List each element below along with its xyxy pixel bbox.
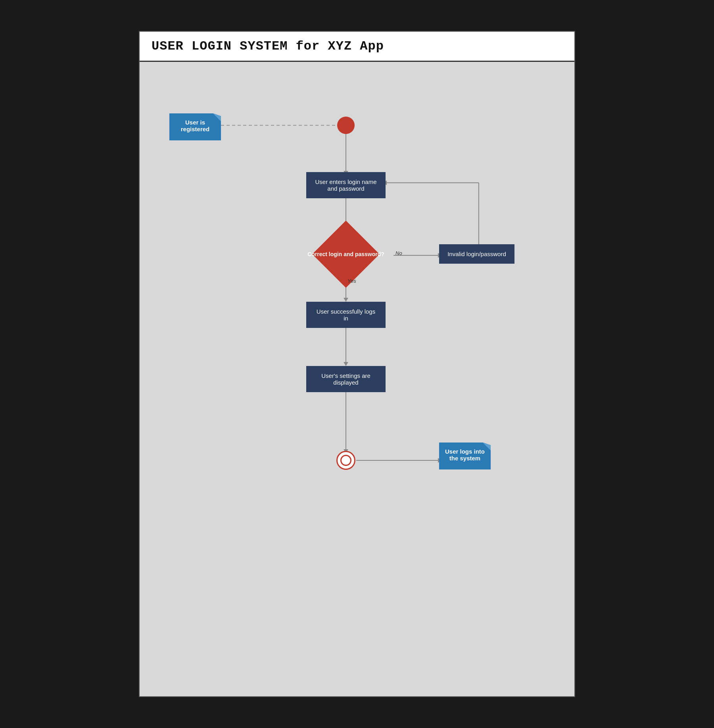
- page-title: USER LOGIN SYSTEM for XYZ App: [152, 39, 562, 54]
- start-circle-node: [337, 117, 355, 134]
- invalid-login-label: Invalid login/password: [447, 251, 506, 257]
- user-registered-label: User is registered: [181, 119, 210, 132]
- enter-credentials-node: User enters login name and password: [306, 172, 386, 198]
- end-circle-inner: [340, 455, 351, 466]
- settings-node: User's settings are displayed: [306, 366, 386, 392]
- svg-marker-13: [344, 362, 348, 366]
- diagram-area: User is registered User enters login nam…: [140, 62, 574, 696]
- outer-container: USER LOGIN SYSTEM for XYZ App: [139, 31, 575, 697]
- user-registered-node: User is registered: [169, 113, 221, 140]
- decision-label: Correct login and password?: [302, 232, 390, 276]
- start-circle: [337, 117, 355, 134]
- success-login-box: User successfully logs in: [306, 302, 386, 328]
- no-label: No: [395, 250, 402, 256]
- settings-label: User's settings are displayed: [321, 372, 370, 386]
- success-login-label: User successfully logs in: [317, 308, 375, 322]
- title-bar: USER LOGIN SYSTEM for XYZ App: [140, 32, 574, 62]
- enter-credentials-box: User enters login name and password: [306, 172, 386, 198]
- success-login-node: User successfully logs in: [306, 302, 386, 328]
- end-circle: [336, 451, 355, 470]
- invalid-login-box: Invalid login/password: [439, 244, 514, 264]
- enter-credentials-label: User enters login name and password: [315, 178, 376, 192]
- decision-diamond: Correct login and password?: [302, 232, 390, 276]
- svg-marker-11: [344, 298, 348, 302]
- end-circle-node: [336, 451, 355, 470]
- user-logs-node: User logs into the system: [439, 443, 491, 469]
- user-logs-label: User logs into the system: [445, 448, 485, 462]
- user-registered-box: User is registered: [169, 113, 221, 140]
- invalid-login-node: Invalid login/password: [439, 244, 514, 264]
- settings-box: User's settings are displayed: [306, 366, 386, 392]
- decision-node: Correct login and password?: [302, 232, 390, 276]
- yes-label: Yes: [347, 278, 356, 284]
- user-logs-box: User logs into the system: [439, 443, 491, 469]
